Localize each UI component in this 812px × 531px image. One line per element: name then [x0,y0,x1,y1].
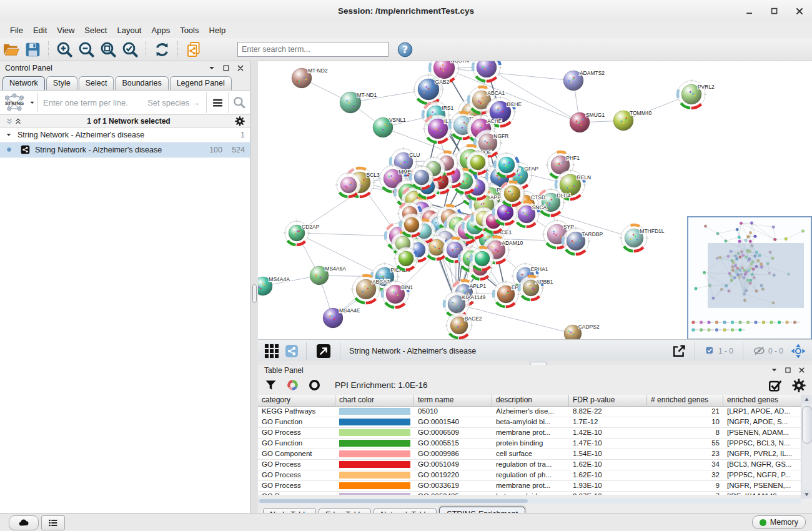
reset-charts-icon[interactable] [308,379,321,392]
network-node[interactable]: MT-ND2 [292,67,328,88]
minimize-icon[interactable] [745,6,755,16]
gear-icon[interactable] [235,116,245,126]
scrollbar-thumb[interactable] [802,406,812,444]
zoom-selected-icon[interactable] [122,41,139,58]
menu-item-tools[interactable]: Tools [175,24,204,37]
string-logo-icon[interactable]: STRING [1,92,27,112]
string-style-icon[interactable] [285,344,299,358]
column-header[interactable]: enriched genes [723,395,801,406]
tab-select[interactable]: Select [79,76,114,90]
table-row[interactable]: GO FunctionGO:0005515protein binding1.47… [258,439,801,449]
network-node[interactable]: MS4A4E [323,307,360,328]
menu-item-layout[interactable]: Layout [112,24,146,37]
column-header[interactable]: description [492,395,569,406]
network-collection-row[interactable]: String Network - Alzheimer's disease 1 [0,128,250,142]
cloud-button[interactable] [9,515,39,530]
column-header[interactable]: chart color [335,395,414,406]
float-panel-icon[interactable] [222,64,230,72]
title-bar[interactable]: Session: /tmp/enrichmentTest.cys [0,0,812,22]
string-options-button[interactable] [206,92,228,113]
collapse-all-icon[interactable] [5,117,14,126]
tree-expand-caret-icon[interactable] [5,131,12,139]
network-from-file-icon[interactable] [186,41,202,58]
network-node[interactable]: TOMM40 [613,110,651,131]
network-node[interactable]: GAB2 [413,74,450,106]
column-header[interactable]: FDR p-value [569,395,647,406]
filter-icon[interactable] [264,379,277,392]
expand-all-icon[interactable] [14,117,22,126]
panel-menu-icon[interactable] [770,366,778,374]
network-node[interactable]: DLG4 [537,188,571,217]
zoom-out-icon[interactable] [78,41,95,58]
task-history-button[interactable] [41,515,65,530]
settings-gear-icon[interactable] [792,379,806,392]
table-row[interactable]: GO FunctionGO:0001540beta-amyloid bi...1… [258,417,801,428]
menu-item-edit[interactable]: Edit [28,24,52,37]
list-icon [47,517,59,529]
select-rows-icon[interactable] [768,379,782,392]
detach-view-icon[interactable] [315,343,332,359]
horizontal-scrollbar[interactable] [258,499,801,504]
birds-eye-view[interactable] [687,216,812,340]
tab-network[interactable]: Network [2,76,45,90]
network-node[interactable] [472,61,502,83]
string-search-button[interactable] [228,92,250,113]
column-header[interactable]: # enriched genes [647,395,723,406]
column-header[interactable]: category [258,395,335,406]
scroll-down-button[interactable] [802,490,811,499]
menu-item-help[interactable]: Help [204,24,231,37]
close-panel-icon[interactable] [236,64,245,72]
memory-button[interactable]: Memory [752,515,806,529]
scrollbar-thumb[interactable] [259,499,528,503]
tab-boundaries[interactable]: Boundaries [115,76,168,90]
zoom-in-icon[interactable] [56,41,73,58]
table-row[interactable]: GO ComponentGO:0009986cell surface1.54E-… [258,449,801,460]
vertical-scrollbar[interactable] [801,395,812,499]
network-canvas[interactable]: MT-ND2MT-ND1VSNL1NCSTNGAB2ADAMTS2IRS1CHA… [258,61,812,340]
draw-charts-icon[interactable] [286,379,299,392]
save-session-icon[interactable] [24,41,41,58]
network-node[interactable]: PVRL2 [676,79,715,110]
network-node[interactable]: CADPS2 [564,324,600,340]
string-source-caret-icon[interactable] [29,99,36,106]
network-node[interactable]: MT-ND1 [340,92,377,113]
scroll-up-button[interactable] [802,395,811,404]
string-query-input[interactable] [38,98,147,107]
zoom-fit-icon[interactable] [100,41,117,58]
maximize-icon[interactable] [770,6,780,16]
column-header[interactable]: term name [414,395,492,406]
float-panel-icon[interactable] [784,366,792,374]
table-row[interactable]: GO ProcessGO:0033619membrane prot...1.93… [258,481,801,492]
open-session-icon[interactable] [2,41,19,58]
network-node[interactable]: TARDBP [562,227,603,256]
menu-item-view[interactable]: View [52,24,79,37]
table-row[interactable]: GO ProcessGO:0050435beta-amyloid m...2.0… [258,492,801,495]
help-icon[interactable]: ? [397,42,413,57]
close-icon[interactable] [795,6,805,16]
network-row[interactable]: String Network - Alzheimer's disease 100… [0,142,250,157]
network-node[interactable]: MS4A6A [310,266,346,285]
pan-crosshair-icon[interactable] [791,344,806,359]
refresh-icon[interactable] [154,41,171,58]
menu-item-select[interactable]: Select [79,24,112,37]
export-network-icon[interactable] [671,344,686,359]
network-node[interactable]: MTHFD1L [620,224,665,253]
menu-item-file[interactable]: File [5,24,28,37]
network-node[interactable]: ADAMTS2 [563,70,605,91]
birdseye-viewport[interactable] [708,243,804,308]
splitter-handle[interactable] [252,284,257,303]
close-panel-icon[interactable] [798,366,806,374]
table-row[interactable]: GO ProcessGO:0019220regulation of ph...1… [258,470,801,481]
network-node[interactable]: MS4A4A [258,276,290,295]
search-input[interactable] [237,42,389,57]
panel-menu-icon[interactable] [207,64,216,72]
table-row[interactable]: GO ProcessGO:0006509membrane prot...1.42… [258,428,801,439]
tab-style[interactable]: Style [46,76,77,90]
network-node[interactable]: SMUG1 [570,112,605,132]
menu-item-apps[interactable]: Apps [147,24,176,37]
table-row[interactable]: KEGG Pathways05010Alzheimer's dise...8.8… [258,407,801,417]
network-node[interactable]: CD2AP [284,220,320,247]
table-row[interactable]: GO ProcessGO:0051049regulation of tra...… [258,460,801,470]
tab-legend-panel[interactable]: Legend Panel [170,76,232,90]
grid-view-icon[interactable] [264,343,280,359]
